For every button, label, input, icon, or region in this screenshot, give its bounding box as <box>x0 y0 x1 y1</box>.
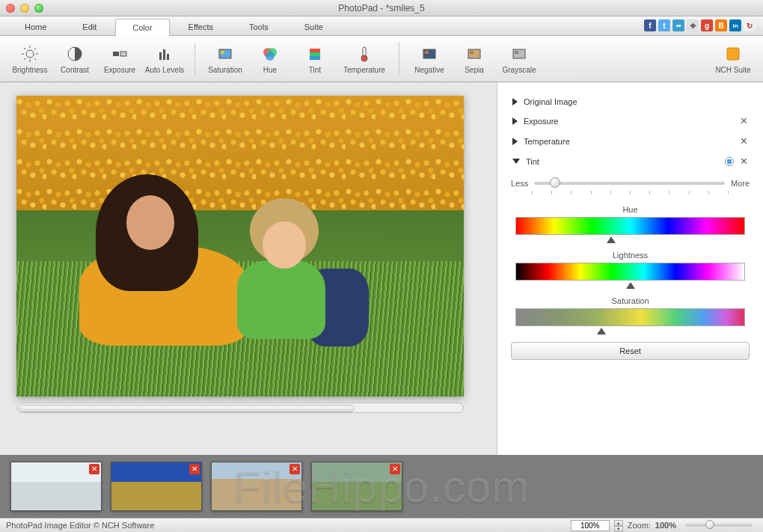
svg-rect-12 <box>159 52 162 60</box>
brightness-button[interactable]: Brightness <box>7 41 52 77</box>
tab-home[interactable]: Home <box>7 18 64 35</box>
svg-line-8 <box>34 48 36 49</box>
svg-rect-11 <box>120 52 126 56</box>
thumbnail-3[interactable]: ✕ <box>211 462 302 511</box>
twitter-icon[interactable]: t <box>658 19 670 31</box>
slider-thumb[interactable] <box>550 177 560 188</box>
svg-rect-10 <box>113 52 119 56</box>
hue-gradient[interactable] <box>515 217 745 235</box>
tab-edit[interactable]: Edit <box>65 18 114 35</box>
close-thumbnail-button[interactable]: ✕ <box>289 464 300 474</box>
svg-rect-30 <box>515 51 518 54</box>
tab-color[interactable]: Color <box>115 19 169 36</box>
layer-temperature[interactable]: Temperature ✕ <box>511 131 750 151</box>
visibility-toggle-icon[interactable] <box>725 157 734 166</box>
zoom-input[interactable] <box>571 520 610 531</box>
close-thumbnail-button[interactable]: ✕ <box>89 464 99 474</box>
thumbnail-strip: ✕ ✕ ✕ ✕ FileHippo.com <box>0 455 763 518</box>
image-canvas[interactable] <box>16 96 464 397</box>
svg-line-5 <box>24 48 25 49</box>
exposure-button[interactable]: Exposure <box>97 41 142 77</box>
thumbnail-4[interactable]: ✕ <box>311 462 402 511</box>
hue-button[interactable]: Hue <box>248 41 292 77</box>
reset-button[interactable]: Reset <box>511 342 750 360</box>
negative-icon <box>420 44 439 64</box>
hue-pointer-icon[interactable] <box>607 236 616 243</box>
layer-exposure[interactable]: Exposure ✕ <box>511 111 750 131</box>
disclosure-triangle-icon <box>512 159 520 164</box>
remove-layer-button[interactable]: ✕ <box>740 156 748 167</box>
svg-rect-21 <box>310 52 320 56</box>
thumbnail-1[interactable]: ✕ <box>10 462 102 511</box>
blog-icon[interactable]: B <box>715 19 727 31</box>
toolbar-separator <box>399 43 399 76</box>
contrast-icon <box>65 44 85 64</box>
tab-strip: Home Edit Color Effects Tools Suite f t … <box>0 16 763 36</box>
linkedin-icon[interactable]: in <box>729 19 741 31</box>
svg-rect-14 <box>167 54 169 60</box>
toolbar: Brightness Contrast Exposure Auto Levels… <box>0 36 763 82</box>
layer-label: Original Image <box>524 97 577 106</box>
grayscale-icon <box>509 44 529 64</box>
svg-rect-26 <box>425 51 429 54</box>
suite-icon <box>723 44 743 64</box>
saturation-button[interactable]: Saturation <box>203 41 248 77</box>
facebook-icon[interactable]: f <box>644 19 656 31</box>
close-thumbnail-button[interactable]: ✕ <box>390 464 400 474</box>
svg-rect-20 <box>310 49 320 52</box>
layer-tint[interactable]: Tint ✕ <box>511 151 750 171</box>
brightness-icon <box>20 44 40 64</box>
lightness-pointer-icon[interactable] <box>626 282 635 289</box>
negative-button[interactable]: Negative <box>407 41 452 77</box>
tab-effects[interactable]: Effects <box>171 18 230 35</box>
layer-original-image[interactable]: Original Image <box>511 93 750 111</box>
refresh-icon[interactable]: ↻ <box>744 19 756 31</box>
zoom-stepper[interactable]: ▲▼ <box>614 520 623 531</box>
zoom-slider-thumb[interactable] <box>705 520 714 529</box>
auto-levels-button[interactable]: Auto Levels <box>142 41 187 77</box>
temperature-button[interactable]: Temperature <box>337 41 391 77</box>
remove-layer-button[interactable]: ✕ <box>740 115 748 126</box>
nch-suite-button[interactable]: NCH Suite <box>711 41 756 77</box>
contrast-button[interactable]: Contrast <box>52 41 97 77</box>
slider-track[interactable] <box>534 182 725 185</box>
tab-tools[interactable]: Tools <box>232 18 286 35</box>
adjustments-panel: Original Image Exposure ✕ Temperature ✕ … <box>497 82 763 455</box>
svg-point-24 <box>361 55 367 61</box>
saturation-gradient[interactable] <box>515 308 745 326</box>
svg-rect-28 <box>470 51 474 54</box>
svg-rect-22 <box>310 56 320 60</box>
horizontal-scrollbar[interactable] <box>16 403 464 413</box>
tint-button[interactable]: Tint <box>292 41 337 77</box>
close-thumbnail-button[interactable]: ✕ <box>189 464 200 474</box>
remove-layer-button[interactable]: ✕ <box>740 135 748 147</box>
toolbar-separator <box>194 43 195 76</box>
layer-label: Temperature <box>524 137 570 146</box>
titlebar: PhotoPad - *smiles_5 <box>0 0 763 16</box>
social-icons: f t ➦ ❖ g B in ↻ <box>644 19 756 31</box>
lightness-gradient[interactable] <box>515 263 745 281</box>
slider-min-label: Less <box>511 179 528 188</box>
svg-line-6 <box>34 58 36 60</box>
share-icon[interactable]: ➦ <box>672 19 684 31</box>
zoom-slider[interactable] <box>685 524 753 527</box>
tint-amount-slider[interactable]: Less More <box>511 179 750 188</box>
main-area: Original Image Exposure ✕ Temperature ✕ … <box>0 82 763 455</box>
thumbnail-2[interactable]: ✕ <box>111 462 202 511</box>
rss-icon[interactable]: ❖ <box>687 19 699 31</box>
sepia-button[interactable]: Sepia <box>452 41 497 77</box>
saturation-label: Saturation <box>511 296 750 305</box>
zoom-controls: ▲▼ Zoom: 100% <box>571 520 757 531</box>
lightness-label: Lightness <box>511 251 750 260</box>
saturation-icon <box>215 44 235 64</box>
google-icon[interactable]: g <box>701 19 713 31</box>
zoom-value: 100% <box>655 521 676 530</box>
exposure-icon <box>110 44 129 64</box>
grayscale-button[interactable]: Grayscale <box>497 41 542 77</box>
layer-label: Exposure <box>524 117 558 126</box>
svg-rect-13 <box>163 49 165 60</box>
saturation-pointer-icon[interactable] <box>597 328 606 334</box>
svg-point-19 <box>266 52 275 61</box>
tab-suite[interactable]: Suite <box>287 18 340 35</box>
disclosure-triangle-icon <box>512 117 518 125</box>
